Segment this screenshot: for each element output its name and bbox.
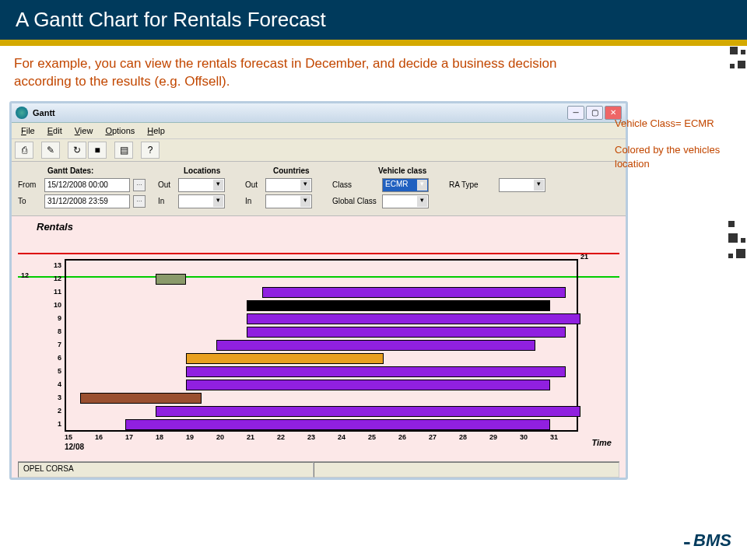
y-tick: 13 [41,259,61,272]
header-countries: Countries [273,166,378,175]
app-icon [16,107,28,119]
cty-out-dropdown[interactable] [265,178,312,192]
brush-icon[interactable]: ✎ [41,142,60,159]
y-tick: 7 [41,338,61,352]
x-tick: 23 [307,433,338,441]
x-tick: 25 [368,433,398,441]
refresh-icon[interactable]: ↻ [68,142,86,159]
gantt-bar-row-12[interactable] [156,274,186,285]
gantt-bar-row-1[interactable] [125,419,550,430]
cty-in-dropdown[interactable] [265,194,312,208]
loc-out-label: Out [158,180,175,189]
menu-view[interactable]: View [68,124,100,137]
y-tick: 5 [41,365,61,378]
y-tick: 8 [41,325,61,338]
class-label: Class [332,180,379,189]
x-tick: 19 [186,433,216,441]
ra-dropdown[interactable] [499,178,545,192]
x-tick: 29 [489,433,520,441]
x-tick: 17 [125,433,156,441]
x-tick: 30 [520,433,550,441]
time-axis-label: Time [592,438,612,447]
y-axis-labels: 13121110987654321 [41,259,61,431]
gantt-section-title: Rentals [18,221,619,233]
cty-in-label: In [245,197,262,205]
global-dropdown[interactable] [382,194,429,208]
header-dates: Gantt Dates: [47,166,184,175]
side-notes: Vehicle Class= ECMR Colored by the vehic… [615,117,724,184]
window-title: Gantt [33,108,55,117]
slide-description: For example, you can view the rentals fo… [0,46,584,97]
status-empty [314,462,619,478]
gantt-bar-row-10[interactable] [247,300,550,311]
x-tick: 20 [216,433,247,441]
gantt-bar-row-2[interactable] [156,406,580,417]
to-label: To [18,197,41,205]
toolbar: ⎙ ✎ ↻ ■ ▤ ? [12,139,626,162]
gantt-bar-row-8[interactable] [247,327,566,338]
x-tick: 15 [65,433,95,441]
slide-title: A Gantt Chart for Rentals Forecast [0,0,747,40]
print-icon[interactable]: ⎙ [15,142,33,159]
y-right-marker: 21 [580,253,588,261]
decoration-mid [727,218,747,263]
x-tick: 24 [338,433,368,441]
red-threshold-line [18,253,619,254]
y-tick: 1 [41,418,61,431]
stop-icon[interactable]: ■ [88,142,107,159]
y-tick: 3 [41,391,61,404]
menu-options[interactable]: Options [99,124,141,137]
filter-panel: Gantt Dates: Locations Countries Vehicle… [12,162,626,216]
gantt-bar-row-3[interactable] [80,393,202,404]
y-tick: 10 [41,299,61,312]
y-tick: 6 [41,352,61,365]
loc-out-dropdown[interactable] [178,178,225,192]
gantt-window: Gantt ─ ▢ ✕ File Edit View Options Help … [9,101,628,480]
status-bar: OPEL CORSA [18,461,619,478]
note-class: Vehicle Class= ECMR [615,117,724,131]
y-tick: 4 [41,378,61,391]
gantt-bar-row-4[interactable] [186,380,550,390]
from-input[interactable] [44,178,130,192]
status-text: OPEL CORSA [18,462,314,478]
x-tick: 16 [95,433,125,441]
class-dropdown[interactable]: ECMR [382,178,429,192]
header-vclass: Vehicle class [378,166,495,175]
export-icon[interactable]: ▤ [114,142,133,159]
x-tick: 22 [277,433,307,441]
to-input[interactable] [44,194,130,208]
x-tick: 31 [550,433,580,441]
decoration-top [728,45,747,73]
ra-label: RA Type [449,180,496,189]
y-tick: 11 [41,285,61,299]
cty-out-label: Out [245,180,262,189]
gantt-bar-row-5[interactable] [186,366,566,377]
to-picker-button[interactable]: … [133,195,146,208]
y-tick: 12 [41,272,61,285]
maximize-button[interactable]: ▢ [586,106,603,120]
menu-help[interactable]: Help [141,124,171,137]
menu-edit[interactable]: Edit [41,124,68,137]
from-label: From [18,180,41,189]
menu-file[interactable]: File [15,124,41,137]
gantt-area: Rentals 12 21 13121110987654321 15161718… [12,216,626,478]
from-picker-button[interactable]: … [133,179,146,191]
x-tick: 27 [429,433,459,441]
gantt-bar-row-6[interactable] [186,353,384,364]
x-tick: 26 [398,433,429,441]
gantt-bar-row-7[interactable] [216,340,535,351]
x-tick: 28 [459,433,489,441]
note-color: Colored by the vehicles location [615,143,724,171]
y-tick: 2 [41,404,61,418]
minimize-button[interactable]: ─ [567,106,584,120]
help-icon[interactable]: ? [141,142,160,159]
gantt-chart[interactable]: 12 21 13121110987654321 1516171819202122… [18,237,619,455]
titlebar: Gantt ─ ▢ ✕ [12,103,626,123]
gantt-bar-row-11[interactable] [262,287,566,298]
loc-in-label: In [158,197,175,205]
loc-in-dropdown[interactable] [178,194,225,208]
menubar: File Edit View Options Help [12,123,626,139]
gantt-bar-row-9[interactable] [247,313,580,324]
accent-bar [0,40,747,46]
global-label: Global Class [332,197,379,205]
